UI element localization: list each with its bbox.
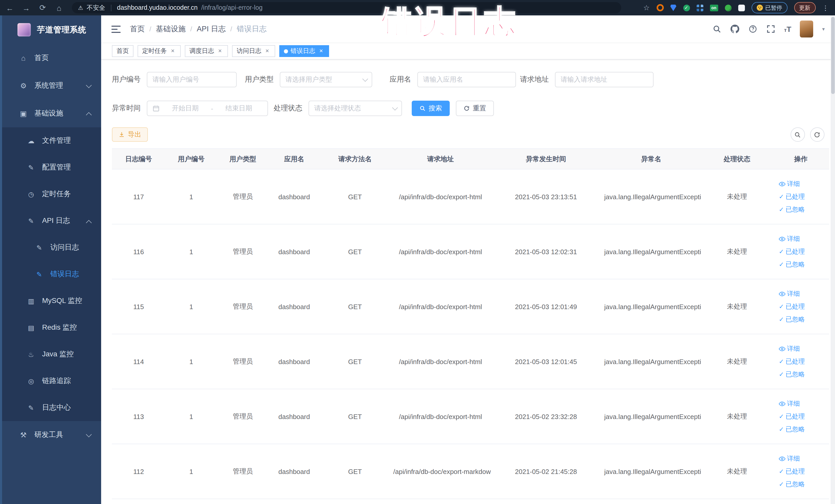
stack-icon: ▤ [27, 324, 36, 331]
caret-down-icon[interactable]: ▾ [822, 26, 825, 32]
mark-ignored-link[interactable]: ✓已忽略 [779, 368, 805, 381]
extension-on-badge-icon[interactable]: on [710, 4, 718, 11]
address-bar[interactable]: ⚠ 不安全 dashboard.yudao.iocoder.cn/infra/l… [72, 2, 621, 13]
user-id-input[interactable]: 请输入用户编号 [147, 72, 237, 87]
close-icon[interactable]: × [169, 48, 176, 55]
sidebar-item-system-mgmt[interactable]: ⚙ 系统管理 [2, 72, 101, 100]
cell-user-type: 管理员 [217, 279, 268, 334]
detail-link[interactable]: 详细 [779, 177, 800, 190]
detail-link[interactable]: 详细 [779, 397, 800, 410]
col-user-type: 用户类型 [217, 149, 268, 169]
sidebar-item-access-log[interactable]: ✎ 访问日志 [2, 234, 101, 261]
app-logo-row[interactable]: 芋道管理系统 [2, 15, 101, 44]
breadcrumb-home[interactable]: 首页 [130, 24, 145, 34]
extension-orange-ring-icon[interactable] [656, 4, 664, 11]
close-icon[interactable]: × [318, 48, 324, 55]
hamburger-icon[interactable] [111, 25, 121, 33]
extension-sprout-icon[interactable] [725, 4, 731, 11]
extension-grid-icon[interactable] [696, 4, 703, 11]
tab-error-log[interactable]: 错误日志 × [279, 45, 329, 57]
reset-button[interactable]: 重置 [456, 101, 494, 116]
mark-ignored-link[interactable]: ✓已忽略 [779, 478, 805, 491]
sidebar-item-config-mgmt[interactable]: ✎ 配置管理 [2, 154, 101, 181]
browser-home-icon[interactable]: ⌂ [55, 3, 64, 12]
col-actions: 操作 [773, 149, 829, 169]
cell-user-id: 1 [165, 169, 217, 224]
mark-ignored-link[interactable]: ✓已忽略 [779, 313, 805, 326]
table-row: 1171管理员dashboardGET/api/infra/db-doc/exp… [112, 169, 829, 224]
exception-time-range-picker[interactable]: 开始日期 - 结束日期 [147, 101, 268, 116]
user-type-select[interactable]: 请选择用户类型 [280, 72, 372, 87]
sidebar-item-scheduled-jobs[interactable]: ◷ 定时任务 [2, 181, 101, 207]
avatar[interactable] [800, 21, 813, 38]
sidebar-item-dev-tools[interactable]: ⚒ 研发工具 [2, 421, 101, 449]
not-secure-label: 不安全 [87, 3, 105, 12]
close-icon[interactable]: × [264, 48, 270, 55]
sidebar-item-api-log[interactable]: ✎ API 日志 [2, 207, 101, 234]
cell-method: GET [320, 279, 390, 334]
mark-ignored-link[interactable]: ✓已忽略 [779, 423, 805, 436]
extension-blue-shield-icon[interactable] [670, 4, 676, 11]
detail-link[interactable]: 详细 [779, 452, 800, 465]
tab-home[interactable]: 首页 [112, 45, 134, 57]
sidebar-item-log-center[interactable]: ✎ 日志中心 [2, 395, 101, 421]
mark-processed-link[interactable]: ✓已处理 [779, 190, 805, 203]
scrollbar-track[interactable] [830, 15, 835, 504]
browser-reload-icon[interactable]: ⟳ [38, 3, 47, 12]
table-row: 1151管理员dashboardGET/api/infra/db-doc/exp… [112, 279, 829, 334]
cell-method: GET [320, 224, 390, 279]
mark-processed-link[interactable]: ✓已处理 [779, 465, 805, 478]
sidebar-item-mysql-monitor[interactable]: ▥ MySQL 监控 [2, 287, 101, 314]
process-status-select[interactable]: 请选择处理状态 [308, 101, 402, 116]
search-button[interactable]: 搜索 [412, 101, 450, 116]
cell-request-url: /api/infra/db-doc/export-html [390, 279, 491, 334]
extension-green-check-icon[interactable]: ✓ [683, 4, 690, 11]
detail-link[interactable]: 详细 [779, 342, 800, 355]
paused-badge[interactable]: 已暂停 [751, 2, 787, 13]
cell-actions: 详细✓已处理✓已忽略 [773, 279, 829, 334]
browser-menu-kebab-icon[interactable]: ⋮ [822, 4, 829, 12]
browser-forward-icon[interactable]: → [22, 3, 31, 12]
breadcrumb-infrastructure[interactable]: 基础设施 [156, 24, 186, 34]
bookmark-star-icon[interactable]: ☆ [643, 4, 650, 12]
paused-label: 已暂停 [765, 4, 782, 12]
detail-link[interactable]: 详细 [779, 233, 800, 245]
export-button[interactable]: 导出 [112, 127, 148, 142]
mark-processed-link[interactable]: ✓已处理 [779, 245, 805, 258]
sidebar-item-redis-monitor[interactable]: ▤ Redis 监控 [2, 314, 101, 341]
font-size-icon[interactable]: тT [784, 25, 791, 33]
tab-schedule-log[interactable]: 调度日志 × [185, 45, 228, 57]
breadcrumb-api-log[interactable]: API 日志 [197, 24, 226, 34]
mark-processed-link[interactable]: ✓已处理 [779, 300, 805, 313]
close-icon[interactable]: × [217, 48, 223, 55]
tab-scheduled-jobs[interactable]: 定时任务 × [138, 45, 181, 57]
mark-processed-link[interactable]: ✓已处理 [779, 410, 805, 423]
mark-processed-link[interactable]: ✓已处理 [779, 355, 805, 368]
scrollbar-thumb[interactable] [831, 17, 834, 94]
toggle-search-button[interactable] [790, 127, 805, 142]
help-icon[interactable] [748, 24, 757, 34]
mark-ignored-link[interactable]: ✓已忽略 [779, 258, 805, 271]
monitor-icon: ▣ [19, 109, 28, 118]
mark-ignored-link[interactable]: ✓已忽略 [779, 203, 805, 216]
tags-view: 首页 定时任务 × 调度日志 × 访问日志 × 错误日志 × [101, 43, 835, 60]
log-icon: ✎ [35, 244, 44, 251]
search-icon[interactable] [712, 24, 721, 34]
browser-back-icon[interactable]: ← [5, 3, 14, 12]
detail-link[interactable]: 详细 [779, 287, 800, 300]
request-url-input[interactable]: 请输入请求地址 [555, 72, 653, 87]
sidebar-item-java-monitor[interactable]: ♨ Java 监控 [2, 341, 101, 368]
sidebar-item-error-log[interactable]: ✎ 错误日志 [2, 261, 101, 287]
sidebar-item-trace[interactable]: ◎ 链路追踪 [2, 368, 101, 395]
sidebar-item-home[interactable]: ⌂ 首页 [2, 44, 101, 72]
refresh-table-button[interactable] [810, 127, 824, 142]
update-button[interactable]: 更新 [794, 2, 815, 13]
sidebar-item-infrastructure[interactable]: ▣ 基础设施 [2, 100, 101, 127]
table-row: 1161管理员dashboardGET/api/infra/db-doc/exp… [112, 224, 829, 279]
fullscreen-icon[interactable] [766, 24, 775, 34]
tab-access-log[interactable]: 访问日志 × [232, 45, 275, 57]
github-icon[interactable] [730, 24, 739, 34]
sidebar-item-file-mgmt[interactable]: ☁ 文件管理 [2, 127, 101, 154]
extensions-puzzle-icon[interactable] [738, 4, 745, 11]
app-name-input[interactable]: 请输入应用名 [418, 72, 516, 87]
